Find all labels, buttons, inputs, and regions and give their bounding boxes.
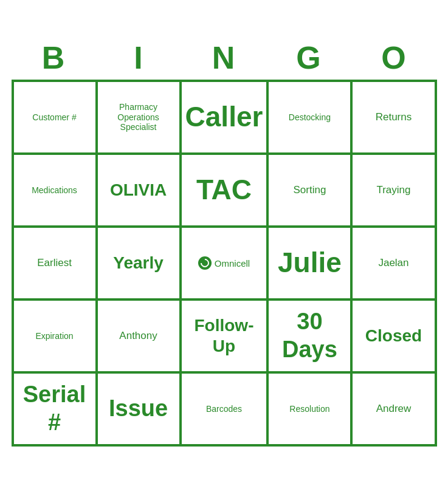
bingo-cell-r3c2: Follow-Up (181, 299, 268, 372)
cell-text: Andrew (376, 403, 412, 415)
cell-text: Caller (185, 100, 263, 134)
cell-text: TAC (196, 173, 252, 207)
cell-text: Pharmacy Operations Specialist (102, 102, 176, 132)
bingo-cell-r4c1: Issue (97, 372, 181, 445)
cell-text: Resolution (289, 404, 329, 414)
cell-text: Follow-Up (185, 315, 263, 356)
bingo-cell-r0c2: Caller (181, 81, 268, 154)
cell-text: Returns (376, 111, 412, 123)
bingo-cell-r4c3: Resolution (267, 372, 351, 445)
bingo-cell-r2c4: Jaelan (351, 227, 435, 299)
header-letter-o: O (355, 39, 434, 76)
cell-text: Expiration (35, 331, 73, 341)
bingo-cell-r1c4: Traying (351, 154, 435, 227)
cell-text: 30Days (282, 308, 337, 363)
bingo-cell-r1c3: Sorting (267, 154, 351, 227)
header-letter-g: G (270, 39, 349, 76)
bingo-cell-r2c0: Earliest (13, 227, 97, 299)
cell-text: Closed (365, 326, 422, 346)
bingo-cell-r0c4: Returns (351, 81, 435, 154)
bingo-cell-r0c1: Pharmacy Operations Specialist (97, 81, 181, 154)
bingo-container: B I N G O Customer #Pharmacy Operations … (12, 39, 437, 447)
bingo-cell-r2c3: Julie (267, 227, 351, 299)
bingo-cell-r0c3: Destocking (267, 81, 351, 154)
cell-text: Serial# (23, 381, 86, 436)
header-letter-n: N (185, 39, 264, 76)
bingo-cell-r1c2: TAC (181, 154, 268, 227)
cell-text: Customer # (32, 112, 76, 123)
cell-text: OLIVIA (110, 180, 167, 200)
bingo-cell-r1c0: Medications (13, 154, 97, 227)
cell-text: Earliest (37, 257, 72, 269)
omnicell-circle-icon (198, 256, 212, 270)
cell-text: Jaelan (378, 257, 408, 269)
header-letter-b: B (15, 39, 94, 76)
cell-text: Medications (32, 185, 77, 196)
bingo-cell-r1c1: OLIVIA (97, 154, 181, 227)
cell-text: Traying (376, 184, 410, 196)
cell-text: Sorting (294, 184, 326, 196)
cell-text: Barcodes (206, 404, 242, 414)
cell-text: Destocking (289, 112, 331, 123)
bingo-cell-r4c0: Serial# (13, 372, 97, 445)
bingo-cell-r3c0: Expiration (13, 299, 97, 372)
header-letter-i: I (100, 39, 179, 76)
cell-text: Issue (109, 395, 168, 423)
bingo-cell-r2c2: Omnicell (181, 227, 268, 299)
bingo-cell-r4c2: Barcodes (181, 372, 268, 445)
cell-text: Anthony (119, 330, 157, 342)
cell-text: Julie (278, 246, 342, 279)
bingo-cell-r4c4: Andrew (351, 372, 435, 445)
bingo-cell-r0c0: Customer # (13, 81, 97, 154)
omnicell-text: Omnicell (215, 258, 250, 269)
bingo-cell-r3c3: 30Days (267, 299, 351, 372)
bingo-header: B I N G O (12, 39, 437, 76)
bingo-cell-r3c1: Anthony (97, 299, 181, 372)
bingo-cell-r2c1: Yearly (97, 227, 181, 299)
bingo-cell-r3c4: Closed (351, 299, 435, 372)
bingo-grid: Customer #Pharmacy Operations Specialist… (12, 80, 437, 447)
omnicell-logo: Omnicell (198, 256, 250, 270)
cell-text: Yearly (113, 253, 164, 273)
